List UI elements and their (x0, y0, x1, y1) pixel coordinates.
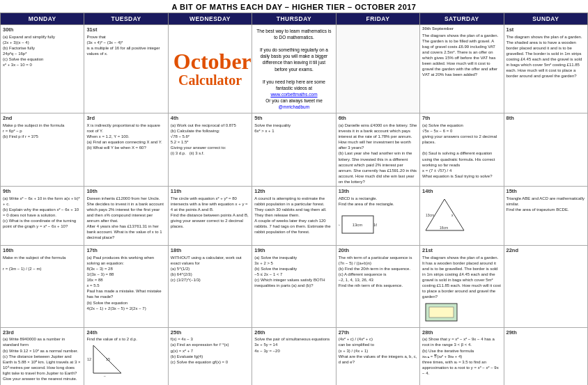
cell-sat-21: 21st The diagram shows the plan of a gar… (420, 246, 504, 328)
cell-tue-3: 3rd X is indirectly proportional to the … (84, 113, 168, 187)
triangle-diagram: 16cm 13cm x (422, 196, 467, 234)
day-number: 1st (506, 26, 585, 33)
cell-text: The diagram shows the plan of a garden. … (506, 34, 585, 79)
day-number: 19th (254, 247, 333, 254)
day-number: 31st (86, 26, 165, 33)
header-thursday: THURSDAY (252, 13, 336, 25)
svg-text:16cm: 16cm (373, 223, 377, 227)
cell-mon-30: 30th (a) Expand and simplify fully(2x + … (1, 25, 84, 113)
cell-fri-13: 13th ABCD is a rectangle.Find the area o… (336, 187, 419, 246)
svg-text:16cm: 16cm (440, 226, 448, 230)
cell-text: Triangle ABE and ACD are mathematically … (506, 196, 585, 212)
cell-text: (a) Danielle wins £4000 on the lottery. … (339, 123, 417, 184)
cell-text: Make m the subject of the formula r = (3… (3, 255, 82, 272)
day-number: 8th (506, 115, 585, 122)
cell-mon-16: 16th Make m the subject of the formula r… (1, 246, 84, 328)
cell-sun-15: 15th Triangle ABE and ACD are mathematic… (504, 187, 587, 246)
cell-text: ABCD is a rectangle.Find the area of the… (339, 196, 417, 238)
cell-text: Solve the pair of simultaneous equations… (254, 336, 333, 353)
cell-text: The diagram shows the plan of a garden. … (422, 255, 501, 326)
day-number: 2nd (3, 115, 82, 122)
day-number: 20th (339, 247, 417, 254)
cell-text: Make p the subject in the formula r = 6p… (3, 123, 82, 139)
cell-text: (a) Paul produces this working when solv… (86, 255, 165, 311)
cell-text: (a) Work out the reciprocal of 0.875 (b)… (171, 123, 249, 157)
cell-text: (a) Solve the equation √5x − 5x − 6 = 0 … (422, 123, 501, 179)
day-number: 9th (3, 188, 82, 195)
rectangle-diagram: 13cm ? 16cm (339, 212, 377, 237)
week-row-3: 9th (a) Write x² − 6x + 10 in the form a… (1, 187, 588, 246)
day-number: 3rd (86, 115, 165, 122)
day-number: 16th (3, 247, 82, 254)
day-number: 6th (339, 115, 417, 122)
thursday-intro-text: The best way to learn mathematics is to … (254, 26, 333, 111)
garden-diagram-21 (422, 300, 461, 324)
corbettmaths-link[interactable]: www.corbettmaths.com (270, 92, 317, 97)
day-number: 22nd (506, 247, 585, 254)
cell-text: The circle with equation x² + y² = 80 in… (171, 196, 249, 230)
day-number: 30th (3, 26, 82, 33)
cell-tue-24: 24th Find the value of x to 2 d.p. x 12 … (84, 327, 168, 385)
cell-fri-6: 6th (a) Danielle wins £4000 on the lotte… (336, 113, 419, 187)
cell-thu-26: 26th Solve the pair of simultaneous equa… (252, 327, 336, 385)
svg-text:15: 15 (106, 357, 110, 361)
day-number: 13th (339, 188, 417, 195)
svg-text:13cm: 13cm (426, 213, 434, 217)
header-wednesday: WEDNESDAY (168, 13, 252, 25)
cell-mon-9: 9th (a) Write x² − 6x + 10 in the form a… (1, 187, 84, 246)
cell-text: (a) Write x² − 6x + 10 in the form a(x +… (3, 196, 82, 230)
cell-text: f(x) = 4x − 3 (a) Find an expression for… (171, 336, 249, 364)
cell-sat-14: 14th 16cm 13cm x (420, 187, 504, 246)
day-number: 7th (422, 115, 501, 122)
cell-sun-8: 8th (504, 113, 587, 187)
cell-text: The nth term of a particular sequence is… (339, 255, 417, 289)
cell-text: WITHOUT using a calculator, work out exa… (171, 255, 249, 283)
cell-sun-22: 22nd (504, 246, 587, 328)
cell-thu-5: 5th Solve the inequality6x² > x + 1 (252, 113, 336, 187)
header-tuesday: TUESDAY (84, 13, 168, 25)
svg-rect-9 (429, 307, 454, 317)
cell-wed-25: 25th f(x) = 4x − 3 (a) Find an expressio… (168, 327, 252, 385)
day-number: 26th (254, 329, 333, 336)
cell-fri-20: 20th The nth term of a particular sequen… (336, 246, 419, 328)
day-number: 5th (254, 115, 333, 122)
cell-text: Find the value of x to 2 d.p. x 12 15 (86, 336, 165, 378)
cell-fri-27: 27th (4x² + c) / (4x² + c) can be simpli… (336, 327, 419, 385)
day-number: 12th (254, 188, 333, 195)
cell-sun-29: 29th (504, 327, 587, 385)
cell-text: A council is attempting to estimate the … (254, 196, 333, 235)
cell-sun-1: 1st The diagram shows the plan of a gard… (504, 25, 587, 113)
day-number: 28th (422, 329, 501, 336)
day-number: 21st (422, 247, 501, 254)
day-number: 27th (339, 329, 417, 336)
day-number: 29th (506, 329, 585, 336)
day-number: 23rd (3, 329, 82, 336)
cell-tue-10: 10th Doreen inherits £12000 from her Unc… (84, 187, 168, 246)
cell-wed-4: 4th (a) Work out the reciprocal of 0.875… (168, 113, 252, 187)
day-number: 17th (86, 247, 165, 254)
svg-text:12: 12 (87, 357, 91, 361)
day-number: 10th (86, 188, 165, 195)
cell-text: (a) Expand and simplify fully(2x + 3)(x … (3, 34, 82, 68)
header-sunday: SUNDAY (504, 13, 587, 25)
cell-fri-empty (336, 25, 419, 113)
cell-sat-28: 28th (a) Show that y = x³ − x² − 9x − 4 … (420, 327, 504, 385)
cell-text: (a) Show that y = x³ − x² − 9x − 4 has a… (422, 336, 501, 376)
cell-thu-intro: The best way to learn mathematics is to … (252, 25, 336, 113)
october-text: October (173, 50, 247, 72)
day-number: 11th (171, 188, 249, 195)
cell-text: (a) Solve the inequality 3x + 2 > 5 (b) … (254, 255, 333, 289)
calendar-table: MONDAY TUESDAY WEDNESDAY THURSDAY FRIDAY… (0, 13, 588, 385)
cell-thu-19: 19th (a) Solve the inequality 3x + 2 > 5… (252, 246, 336, 328)
cell-tue-31: 31st Prove that(3x + 4)² − (3x − 4)²is a… (84, 25, 168, 113)
cell-wed-oct: October Calculator (168, 25, 252, 113)
svg-text:13cm: 13cm (352, 223, 362, 227)
header-row: MONDAY TUESDAY WEDNESDAY THURSDAY FRIDAY… (1, 13, 588, 25)
day-number: 24th (86, 329, 165, 336)
week-row-2: 2nd Make p the subject in the formula r … (1, 113, 588, 187)
week-row-1: 30th (a) Expand and simplify fully(2x + … (1, 25, 588, 113)
main-title: A BIT OF MATHS EACH DAY – HIGHER TIER – … (0, 0, 588, 13)
cell-tue-17: 17th (a) Paul produces this working when… (84, 246, 168, 328)
triangle-diagram-24: x 12 15 (86, 342, 128, 377)
day-number: 25th (171, 329, 249, 336)
